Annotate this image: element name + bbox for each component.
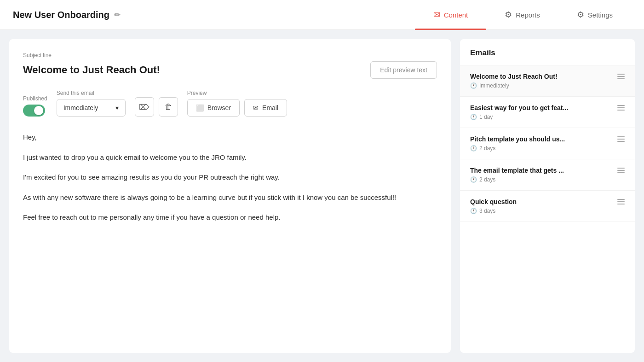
email-item-title: The email template that gets ... [470, 167, 617, 174]
email-list: Welcome to Just Reach Out! 🕐 Immediately… [460, 65, 635, 222]
email-item-timing-text: Immediately [479, 82, 509, 89]
email-item-title: Easiest way for you to get feat... [470, 104, 617, 111]
email-item-timing-text: 2 days [479, 145, 495, 152]
subject-label: Subject line [23, 52, 437, 58]
email-item-timing: 🕐 2 days [470, 145, 617, 152]
browser-btn-label: Browser [207, 104, 231, 111]
emails-panel-title: Emails [460, 39, 635, 65]
controls-row: Published Send this email Immediately ▾ … [23, 90, 437, 117]
preview-label: Preview [187, 90, 287, 96]
email-item-timing-text: 1 day [479, 114, 493, 120]
preview-text-button[interactable]: Edit preview text [370, 61, 437, 79]
body-line-1: Hey, [23, 131, 437, 143]
body-line-3: I'm excited for you to see amazing resul… [23, 171, 437, 183]
email-body: Hey, I just wanted to drop you a quick e… [23, 131, 437, 223]
email-item-timing-text: 3 days [479, 208, 495, 214]
email-item-menu[interactable] [617, 104, 625, 111]
email-list-item[interactable]: Welcome to Just Reach Out! 🕐 Immediately [460, 65, 635, 97]
clock-icon: 🕐 [470, 208, 477, 214]
email-item-menu[interactable] [617, 198, 625, 204]
email-item-content: Quick question 🕐 3 days [470, 198, 617, 214]
email-list-item[interactable]: Easiest way for you to get feat... 🕐 1 d… [460, 97, 635, 128]
action-icon-buttons: ⌦ 🗑 [135, 97, 178, 117]
email-item-menu[interactable] [617, 135, 625, 142]
delete-button[interactable]: 🗑 [159, 97, 178, 117]
body-line-2: I just wanted to drop you a quick email … [23, 152, 437, 163]
email-item-title: Quick question [470, 198, 617, 205]
email-item-menu[interactable] [617, 73, 625, 79]
tab-settings-label: Settings [588, 11, 613, 19]
email-item-content: The email template that gets ... 🕐 2 day… [470, 167, 617, 183]
browser-preview-button[interactable]: ⬜ Browser [187, 99, 240, 117]
main-content: Subject line Welcome to Just Reach Out! … [0, 30, 644, 362]
email-item-content: Easiest way for you to get feat... 🕐 1 d… [470, 104, 617, 120]
tab-reports[interactable]: ⚙ Reports [486, 0, 558, 30]
email-list-item[interactable]: The email template that gets ... 🕐 2 day… [460, 159, 635, 191]
trash-icon: 🗑 [165, 103, 172, 111]
body-line-5: Feel free to reach out to me personally … [23, 211, 437, 223]
send-timing-dropdown[interactable]: Immediately ▾ [57, 99, 126, 117]
browser-icon: ⬜ [196, 104, 204, 111]
topnav-tabs: ✉ Content ⚙ Reports ⚙ Settings [415, 0, 631, 30]
published-toggle[interactable] [23, 105, 45, 117]
chevron-down-icon: ▾ [115, 104, 119, 111]
email-item-title: Welcome to Just Reach Out! [470, 73, 617, 80]
tab-settings[interactable]: ⚙ Settings [558, 0, 631, 30]
clock-icon: 🕐 [470, 114, 477, 120]
email-item-timing: 🕐 1 day [470, 114, 617, 120]
filter-button[interactable]: ⌦ [135, 97, 154, 117]
clock-icon: 🕐 [470, 82, 477, 89]
tab-content-label: Content [444, 11, 468, 19]
published-toggle-group: Published [23, 95, 47, 117]
email-item-content: Welcome to Just Reach Out! 🕐 Immediately [470, 73, 617, 89]
page-title-text: New User Onboarding [13, 10, 109, 20]
send-timing-value: Immediately [63, 104, 98, 111]
send-timing-group: Send this email Immediately ▾ [57, 90, 126, 117]
email-item-timing-text: 2 days [479, 176, 495, 183]
tab-reports-label: Reports [516, 11, 540, 19]
tab-content[interactable]: ✉ Content [415, 0, 487, 30]
email-item-timing: 🕐 3 days [470, 208, 617, 214]
email-item-menu[interactable] [617, 167, 625, 173]
topnav: New User Onboarding ✏ ✉ Content ⚙ Report… [0, 0, 644, 30]
email-icon: ✉ [253, 104, 259, 111]
emails-panel: Emails Welcome to Just Reach Out! 🕐 Imme… [460, 39, 635, 353]
email-list-item[interactable]: Pitch template you should us... 🕐 2 days [460, 128, 635, 159]
preview-buttons: ⬜ Browser ✉ Email [187, 99, 287, 117]
subject-row: Welcome to Just Reach Out! Edit preview … [23, 61, 437, 79]
email-preview-button[interactable]: ✉ Email [244, 99, 287, 117]
clock-icon: 🕐 [470, 176, 477, 183]
email-list-item[interactable]: Quick question 🕐 3 days [460, 191, 635, 222]
clock-icon: 🕐 [470, 145, 477, 152]
email-item-title: Pitch template you should us... [470, 135, 617, 143]
email-item-content: Pitch template you should us... 🕐 2 days [470, 135, 617, 152]
page-title: New User Onboarding ✏ [13, 10, 120, 20]
email-btn-label: Email [262, 104, 278, 111]
published-label: Published [23, 95, 47, 102]
reports-icon: ⚙ [505, 10, 512, 20]
subject-title[interactable]: Welcome to Just Reach Out! [23, 64, 160, 76]
preview-group: Preview ⬜ Browser ✉ Email [187, 90, 287, 117]
content-icon: ✉ [433, 10, 440, 20]
email-item-timing: 🕐 Immediately [470, 82, 617, 89]
filter-icon: ⌦ [139, 103, 150, 111]
settings-icon: ⚙ [577, 10, 584, 20]
email-editor: Subject line Welcome to Just Reach Out! … [9, 39, 451, 353]
send-label: Send this email [57, 90, 126, 96]
edit-title-icon[interactable]: ✏ [114, 11, 120, 19]
email-item-timing: 🕐 2 days [470, 176, 617, 183]
body-line-4: As with any new software there is always… [23, 192, 437, 204]
